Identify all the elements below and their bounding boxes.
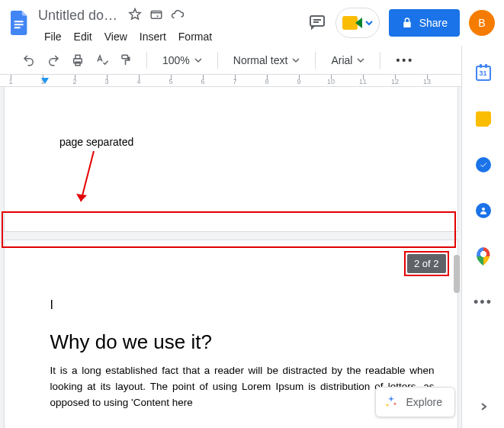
addons-more-button[interactable]: •••	[474, 293, 493, 311]
paragraph-style-value: Normal text	[233, 54, 288, 66]
account-avatar[interactable]: B	[469, 10, 495, 36]
caret-down-icon	[292, 54, 300, 66]
docs-logo[interactable]	[6, 9, 34, 37]
paint-format-button[interactable]	[116, 50, 137, 71]
svg-rect-2	[14, 27, 21, 28]
share-button[interactable]: Share	[389, 9, 460, 37]
svg-rect-0	[14, 21, 24, 22]
print-button[interactable]	[67, 50, 88, 71]
vertical-scrollbar[interactable]	[452, 87, 461, 428]
app-header: Untitled doc... File Edit View Insert Fo…	[0, 0, 504, 46]
font-family-value: Arial	[331, 54, 352, 66]
keep-icon	[476, 111, 491, 127]
zoom-dropdown[interactable]: 100%	[156, 50, 208, 71]
svg-rect-8	[75, 55, 80, 59]
svg-rect-4	[310, 16, 324, 26]
contacts-addon-button[interactable]	[474, 201, 493, 220]
page-indicator-badge: 2 of 2	[407, 254, 446, 273]
meet-button[interactable]	[335, 8, 380, 38]
document-canvas[interactable]: I Why do we use it? It is a long establi…	[0, 87, 461, 428]
caret-down-icon	[365, 17, 373, 29]
menu-insert[interactable]: Insert	[133, 27, 172, 46]
svg-rect-3	[151, 11, 162, 18]
zoom-value: 100%	[162, 54, 190, 66]
document-title[interactable]: Untitled doc...	[38, 8, 122, 24]
annotation-label: page separated	[59, 136, 133, 148]
toolbar-more-button[interactable]: •••	[390, 50, 420, 71]
menu-format[interactable]: Format	[172, 27, 218, 46]
svg-rect-10	[122, 55, 128, 59]
scrollbar-thumb[interactable]	[454, 255, 460, 293]
menu-file[interactable]: File	[38, 27, 68, 46]
redo-button[interactable]	[43, 50, 64, 71]
text-cursor: I	[50, 298, 435, 312]
indent-marker[interactable]	[41, 78, 49, 84]
cloud-status-icon[interactable]	[171, 8, 185, 24]
svg-line-11	[81, 151, 94, 201]
caret-down-icon	[194, 54, 202, 66]
horizontal-ruler[interactable]: 112345678910111213	[0, 75, 504, 87]
menu-edit[interactable]: Edit	[68, 27, 98, 46]
explore-button[interactable]: Explore	[375, 387, 455, 417]
calendar-addon-button[interactable]: 31	[474, 64, 493, 82]
undo-button[interactable]	[18, 50, 40, 71]
move-icon[interactable]	[149, 8, 163, 24]
meet-icon	[342, 15, 362, 31]
document-heading[interactable]: Why do we use it?	[50, 330, 435, 354]
explore-icon	[384, 394, 399, 410]
calendar-icon: 31	[476, 66, 491, 81]
svg-point-13	[482, 208, 485, 211]
toolbar: 100% Normal text Arial •••	[0, 46, 504, 75]
caret-down-icon	[357, 54, 364, 66]
maps-addon-button[interactable]	[474, 247, 493, 265]
keep-addon-button[interactable]	[474, 110, 493, 128]
svg-rect-1	[14, 24, 24, 25]
annotation-arrow-icon	[67, 151, 98, 212]
maps-icon	[477, 247, 490, 265]
paragraph-style-dropdown[interactable]: Normal text	[227, 50, 307, 71]
menu-view[interactable]: View	[98, 27, 133, 46]
page-gap	[0, 232, 461, 240]
side-panel: 31 •••	[461, 46, 504, 428]
title-block: Untitled doc... File Edit View Insert Fo…	[38, 6, 218, 46]
svg-marker-12	[76, 194, 87, 201]
tasks-icon	[476, 157, 491, 172]
lock-icon	[401, 17, 413, 29]
annotation-page-indicator-box: 2 of 2	[404, 251, 449, 276]
font-family-dropdown[interactable]: Arial	[325, 50, 371, 71]
comments-icon[interactable]	[308, 13, 326, 34]
share-label: Share	[419, 17, 448, 29]
tasks-addon-button[interactable]	[474, 156, 493, 174]
contacts-icon	[476, 203, 491, 218]
spellcheck-button[interactable]	[91, 50, 113, 71]
star-icon[interactable]	[128, 8, 142, 24]
hide-side-panel-button[interactable]	[473, 396, 494, 417]
menu-bar: File Edit View Insert Format	[38, 24, 218, 46]
explore-label: Explore	[406, 396, 442, 408]
